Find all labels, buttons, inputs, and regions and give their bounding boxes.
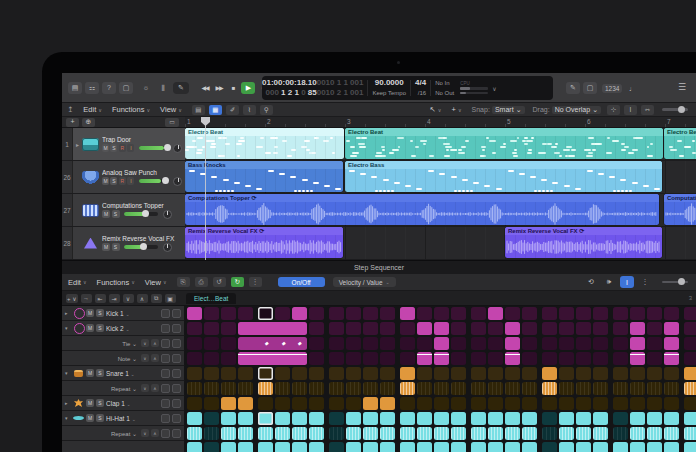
- step-cell[interactable]: [434, 412, 449, 425]
- row-mute-button[interactable]: M: [86, 324, 94, 332]
- step-cell[interactable]: [505, 442, 520, 452]
- subrow-option-icon[interactable]: [161, 384, 170, 393]
- row-mute-button[interactable]: M: [86, 414, 94, 422]
- pencil-icon[interactable]: ✎: [173, 82, 189, 94]
- mute-button[interactable]: M: [102, 243, 110, 251]
- step-cell[interactable]: [258, 352, 275, 365]
- play-button[interactable]: ▶: [241, 82, 255, 94]
- step-cell[interactable]: [417, 322, 432, 335]
- pan-knob[interactable]: [163, 243, 172, 252]
- step-cell[interactable]: [451, 352, 466, 365]
- nudge-left-icon[interactable]: ⇤: [95, 294, 106, 303]
- track-name[interactable]: Trap Door: [102, 136, 182, 143]
- decrement-button[interactable]: ∨: [141, 354, 149, 362]
- zoom-slider[interactable]: [662, 108, 688, 111]
- step-cell[interactable]: [630, 337, 645, 350]
- step-cell[interactable]: [363, 427, 378, 440]
- step-cell[interactable]: [522, 412, 537, 425]
- step-cell[interactable]: [488, 352, 503, 365]
- volume-slider[interactable]: [139, 179, 169, 183]
- step-cell[interactable]: [559, 427, 574, 440]
- step-cell[interactable]: [488, 322, 503, 335]
- step-cell[interactable]: [542, 427, 557, 440]
- step-cell[interactable]: [380, 397, 395, 410]
- undo-icon[interactable]: ↺: [213, 277, 226, 287]
- step-cell[interactable]: [542, 442, 557, 452]
- step-cell[interactable]: [471, 337, 486, 350]
- step-cell[interactable]: [684, 397, 696, 410]
- step-cell[interactable]: [187, 337, 202, 350]
- track-lane[interactable]: Bass KnocksElectro Bass: [185, 161, 696, 193]
- step-cell[interactable]: [400, 382, 415, 395]
- step-cell[interactable]: [593, 337, 608, 350]
- step-cell[interactable]: [380, 337, 395, 350]
- tracks-view-icon[interactable]: ▤: [192, 105, 205, 115]
- step-cell[interactable]: [664, 307, 679, 320]
- step-cell[interactable]: [613, 382, 628, 395]
- step-cell[interactable]: [346, 427, 361, 440]
- row-option-icon[interactable]: [161, 399, 170, 408]
- paste-icon[interactable]: ⎙: [195, 277, 208, 287]
- step-cell[interactable]: [380, 352, 395, 365]
- step-cell[interactable]: [593, 397, 608, 410]
- row-mute-button[interactable]: M: [86, 309, 94, 317]
- step-cell[interactable]: [684, 322, 696, 335]
- step-cell[interactable]: [451, 367, 466, 380]
- step-cell[interactable]: [238, 322, 258, 335]
- disclosure-icon[interactable]: ▾: [65, 370, 71, 376]
- step-cell[interactable]: [647, 397, 662, 410]
- step-cell[interactable]: [647, 322, 662, 335]
- step-cell[interactable]: [309, 412, 324, 425]
- step-cell[interactable]: [309, 442, 324, 452]
- count-in-button[interactable]: 1234: [602, 84, 622, 93]
- step-cell[interactable]: [329, 307, 344, 320]
- redo-icon[interactable]: ↻: [231, 277, 244, 287]
- row-option-icon[interactable]: [161, 414, 170, 423]
- step-cell[interactable]: [329, 322, 344, 335]
- solo-button[interactable]: S: [112, 243, 120, 251]
- step-cell[interactable]: [275, 367, 290, 380]
- step-cell[interactable]: [593, 352, 608, 365]
- drag-select[interactable]: No Overlap⌄: [552, 106, 601, 114]
- step-cell[interactable]: [488, 412, 503, 425]
- step-cell[interactable]: [522, 442, 537, 452]
- step-cell[interactable]: [559, 307, 574, 320]
- step-cell[interactable]: [187, 427, 202, 440]
- step-cell[interactable]: [363, 337, 378, 350]
- region-audio[interactable]: Computations Topper: [664, 194, 696, 225]
- sequencer-row-header[interactable]: Repeat ⌄∨∧: [62, 381, 185, 396]
- step-cell[interactable]: [187, 352, 202, 365]
- sequencer-row-header[interactable]: ▾MSKick 2 ⌄: [62, 321, 185, 336]
- track-lane[interactable]: Electro BeatElectro BeatElectro Beat: [185, 128, 696, 160]
- step-cell[interactable]: [258, 397, 273, 410]
- step-cell[interactable]: [258, 442, 273, 452]
- step-cell[interactable]: [292, 352, 307, 365]
- step-cell[interactable]: [451, 397, 466, 410]
- brightness-icon[interactable]: ☼: [139, 82, 153, 94]
- step-cell[interactable]: [221, 367, 236, 380]
- step-cell[interactable]: [238, 427, 253, 440]
- track-header[interactable]: Computations TopperMS: [73, 194, 185, 226]
- step-cell[interactable]: [647, 352, 662, 365]
- step-cell[interactable]: [417, 382, 432, 395]
- kebab-icon[interactable]: ⋮: [638, 276, 652, 288]
- step-cell[interactable]: [417, 397, 432, 410]
- pointer-tool[interactable]: ↖ ∨: [430, 105, 442, 114]
- step-cell[interactable]: [522, 367, 537, 380]
- step-cell[interactable]: [434, 442, 449, 452]
- step-cell[interactable]: [187, 412, 202, 425]
- step-cell[interactable]: [613, 367, 628, 380]
- arrow-right-icon[interactable]: →: [81, 294, 92, 303]
- step-cell[interactable]: [471, 307, 486, 320]
- step-cell[interactable]: [559, 382, 574, 395]
- sequencer-row-header[interactable]: ▸MSKick 1 ⌄: [62, 306, 185, 321]
- step-cell[interactable]: [684, 442, 696, 452]
- step-cell[interactable]: [275, 352, 292, 365]
- subrow-option2-icon[interactable]: [172, 384, 181, 393]
- step-cell[interactable]: [522, 322, 537, 335]
- step-cell[interactable]: [275, 307, 290, 320]
- step-cell[interactable]: [400, 397, 415, 410]
- step-cell[interactable]: [576, 412, 591, 425]
- step-cell[interactable]: [488, 427, 503, 440]
- step-cell[interactable]: [542, 412, 557, 425]
